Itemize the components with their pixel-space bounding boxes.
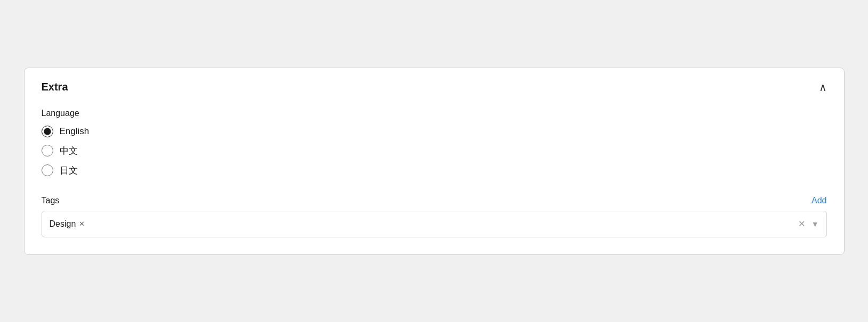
tag-remove-design[interactable]: ✕ <box>79 220 85 228</box>
tag-chip-design: Design ✕ <box>50 219 85 229</box>
radio-label-japanese: 日文 <box>60 164 78 177</box>
radio-english[interactable] <box>42 126 53 137</box>
language-section: Language English 中文 日文 <box>42 109 827 177</box>
tags-section: Tags Add Design ✕ ✕ ▼ <box>42 196 827 237</box>
radio-chinese[interactable] <box>42 145 53 156</box>
collapse-icon[interactable]: ∧ <box>819 81 827 94</box>
radio-item-japanese[interactable]: 日文 <box>42 164 827 177</box>
tag-chip-label: Design <box>50 219 76 229</box>
language-radio-group: English 中文 日文 <box>42 126 827 177</box>
tags-header: Tags Add <box>42 196 827 205</box>
radio-item-english[interactable]: English <box>42 126 827 137</box>
tags-input-container[interactable]: Design ✕ ✕ ▼ <box>42 211 827 237</box>
card-title: Extra <box>42 81 68 93</box>
tags-label: Tags <box>42 196 60 205</box>
tags-dropdown-icon[interactable]: ▼ <box>812 220 819 228</box>
tags-chips-area: Design ✕ <box>50 219 85 229</box>
extra-card: Extra ∧ Language English 中文 日文 Tags Add <box>24 68 845 255</box>
tags-clear-icon[interactable]: ✕ <box>798 219 805 229</box>
radio-label-chinese: 中文 <box>60 145 78 157</box>
radio-item-chinese[interactable]: 中文 <box>42 145 827 157</box>
card-header: Extra ∧ <box>42 81 827 94</box>
language-label: Language <box>42 109 827 118</box>
tags-add-link[interactable]: Add <box>812 196 826 205</box>
radio-japanese[interactable] <box>42 164 53 176</box>
tags-controls: ✕ ▼ <box>798 219 819 229</box>
radio-label-english: English <box>60 126 90 137</box>
